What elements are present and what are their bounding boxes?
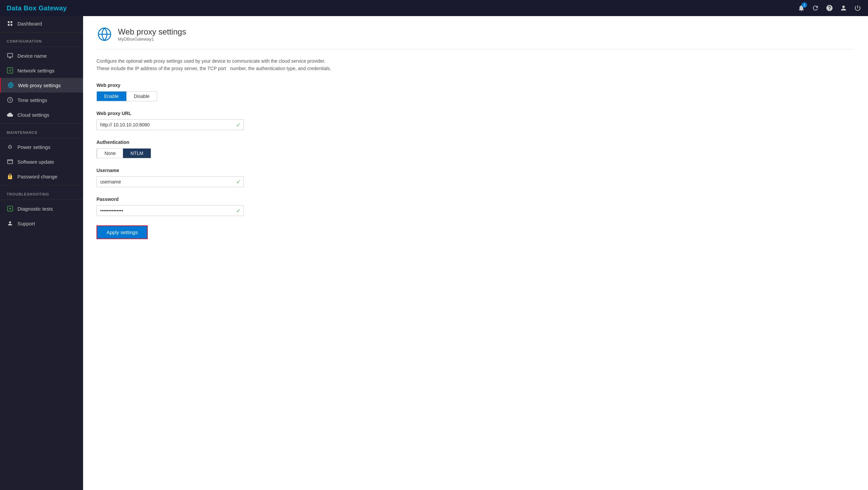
- network-icon: [7, 67, 13, 74]
- password-check-icon: ✓: [236, 207, 241, 214]
- web-proxy-toggle: Enable Disable: [96, 91, 157, 101]
- username-input-wrapper: ✓: [96, 176, 244, 187]
- support-icon: [7, 220, 13, 227]
- diagnostic-icon: [7, 205, 13, 212]
- authentication-toggle: None NTLM: [96, 148, 151, 158]
- config-divider: [0, 32, 83, 32]
- authentication-label: Authentication: [96, 140, 855, 145]
- apply-settings-button[interactable]: Apply settings: [96, 225, 148, 239]
- sidebar-item-diagnostic-tests[interactable]: Diagnostic tests: [0, 201, 83, 216]
- cloud-icon: [7, 111, 13, 118]
- page-icon: [96, 26, 113, 42]
- svg-rect-1: [8, 21, 9, 23]
- username-section: Username ✓: [96, 168, 855, 187]
- sidebar-item-network-settings[interactable]: Network settings: [0, 63, 83, 78]
- sidebar: Dashboard CONFIGURATION Device name Netw…: [0, 16, 83, 490]
- svg-point-15: [9, 221, 11, 223]
- password-icon: [7, 173, 13, 180]
- help-icon[interactable]: [826, 4, 833, 12]
- account-icon[interactable]: [840, 4, 847, 12]
- dashboard-icon: [7, 20, 13, 27]
- web-proxy-url-section: Web proxy URL ✓: [96, 111, 855, 130]
- trouble-divider2: [0, 200, 83, 200]
- svg-rect-10: [8, 160, 13, 164]
- sidebar-item-support[interactable]: Support: [0, 216, 83, 231]
- enable-button[interactable]: Enable: [97, 92, 126, 101]
- page-subtitle: MyDBoxGateway1: [118, 36, 186, 41]
- app-title: Data Box Gateway: [7, 4, 67, 12]
- svg-rect-2: [11, 21, 12, 23]
- url-check-icon: ✓: [236, 121, 241, 128]
- config-section-label: CONFIGURATION: [0, 34, 83, 45]
- username-label: Username: [96, 168, 855, 173]
- software-update-icon: [7, 158, 13, 165]
- page-header-text: Web proxy settings MyDBoxGateway1: [118, 27, 186, 41]
- sidebar-item-software-update[interactable]: Software update: [0, 154, 83, 169]
- maint-divider: [0, 123, 83, 124]
- sidebar-item-dashboard[interactable]: Dashboard: [0, 16, 83, 31]
- notification-icon[interactable]: 1: [798, 4, 805, 12]
- web-proxy-url-label: Web proxy URL: [96, 111, 855, 116]
- sidebar-item-password-change[interactable]: Password change: [0, 169, 83, 184]
- sidebar-item-power-settings[interactable]: Power settings: [0, 140, 83, 154]
- web-proxy-icon: [7, 82, 14, 89]
- password-label: Password: [96, 197, 855, 202]
- page-description: Configure the optional web proxy setting…: [96, 57, 365, 73]
- power-icon[interactable]: [854, 4, 861, 12]
- svg-rect-3: [8, 24, 9, 26]
- sidebar-item-device-name[interactable]: Device name: [0, 48, 83, 63]
- main-layout: Dashboard CONFIGURATION Device name Netw…: [0, 16, 868, 490]
- password-input-wrapper: ✓: [96, 205, 244, 216]
- ntlm-button[interactable]: NTLM: [123, 149, 150, 158]
- topbar-icons: 1: [798, 4, 861, 12]
- authentication-section: Authentication None NTLM: [96, 140, 855, 158]
- svg-point-0: [842, 6, 844, 8]
- username-input[interactable]: [96, 176, 244, 187]
- sidebar-item-cloud-settings[interactable]: Cloud settings: [0, 107, 83, 122]
- page-title: Web proxy settings: [118, 27, 186, 36]
- password-section: Password ✓: [96, 197, 855, 216]
- trouble-section-label: TROUBLESHOOTING: [0, 187, 83, 198]
- content-area: Web proxy settings MyDBoxGateway1 Config…: [83, 16, 868, 490]
- web-proxy-label: Web proxy: [96, 83, 855, 88]
- maint-section-label: MAINTENANCE: [0, 125, 83, 137]
- none-button[interactable]: None: [97, 149, 123, 158]
- web-proxy-section: Web proxy Enable Disable: [96, 83, 855, 101]
- topbar: Data Box Gateway 1: [0, 0, 868, 16]
- web-proxy-url-input[interactable]: [96, 119, 244, 130]
- disable-button[interactable]: Disable: [126, 92, 157, 101]
- username-check-icon: ✓: [236, 178, 241, 185]
- notification-badge: 1: [802, 2, 807, 8]
- time-icon: [7, 96, 13, 103]
- maint-divider2: [0, 138, 83, 138]
- sidebar-item-time-settings[interactable]: Time settings: [0, 92, 83, 107]
- config-divider2: [0, 47, 83, 47]
- web-proxy-url-input-wrapper: ✓: [96, 119, 244, 130]
- trouble-divider: [0, 185, 83, 185]
- page-header: Web proxy settings MyDBoxGateway1: [96, 26, 855, 49]
- refresh-icon[interactable]: [812, 4, 819, 12]
- device-name-icon: [7, 52, 13, 59]
- password-input[interactable]: [96, 205, 244, 216]
- power-settings-icon: [7, 144, 13, 150]
- sidebar-item-web-proxy[interactable]: Web proxy settings: [0, 78, 83, 92]
- apply-section: Apply settings: [96, 225, 855, 239]
- svg-rect-4: [11, 24, 12, 26]
- svg-rect-5: [8, 53, 13, 57]
